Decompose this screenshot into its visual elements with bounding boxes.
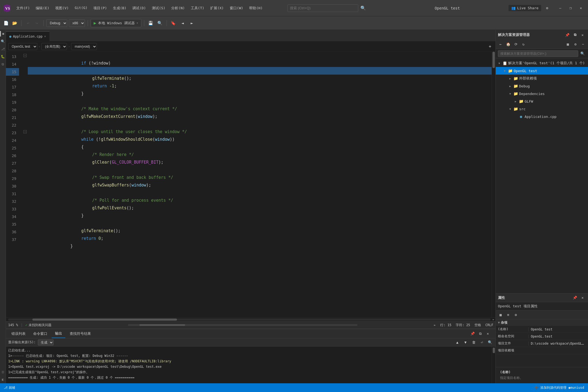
horizontal-scrollbar[interactable]: ► [6,317,495,321]
scroll-right-status[interactable]: ► [434,323,436,327]
tree-item-project[interactable]: ▼ 📁 OpenGL test [496,67,588,75]
output-float-button[interactable]: ⧉ [477,330,483,337]
global-scope-dropdown[interactable]: (全局范围) [41,43,67,50]
run-debugger-button[interactable]: ▶ 本地 Windows 调试器 ▾ [91,19,141,27]
menu-tools[interactable]: 工具(T) [188,5,207,12]
se-search-input[interactable] [498,50,578,57]
project-scope-dropdown[interactable]: OpenGL test [8,43,37,50]
collapse-13[interactable]: − [22,52,28,59]
status-branch[interactable]: ⎇ 就绪 [3,385,16,391]
menu-project[interactable]: 项目(P) [91,5,109,12]
se-minus-button[interactable]: − [580,41,586,48]
menu-analyze[interactable]: 分析(N) [169,5,187,12]
menu-extensions[interactable]: 扩展(X) [207,5,226,12]
collapse-23[interactable]: − [22,128,28,136]
toggle-src[interactable]: ▼ [508,107,512,111]
menu-git[interactable]: Git(G) [72,5,90,12]
toggle-solution[interactable]: ▼ [497,61,501,65]
editor-scrollbar[interactable] [492,52,495,317]
output-scroll-down[interactable]: ▼ [462,339,469,346]
output-word-wrap[interactable]: ⏎ [479,339,485,346]
new-file-button[interactable]: 📄 [2,19,10,27]
status-add-source[interactable]: ➕ 添加到源代码管理 ◉muniusd [533,385,585,391]
open-file-button[interactable]: 📂 [11,19,19,27]
activity-extensions[interactable]: ⧉ [0,62,6,67]
search-input[interactable] [287,4,358,12]
prop-list-btn[interactable]: ≡ [505,312,512,318]
se-close-button[interactable]: ✕ [579,32,586,38]
se-home-button[interactable]: 🏠 [505,41,512,48]
activity-debug[interactable]: 🐛 [0,54,6,59]
se-float-button[interactable]: ⧉ [572,32,578,38]
se-refresh-button[interactable]: ↻ [520,41,527,48]
menu-file[interactable]: 文件(F) [14,5,32,12]
output-scroll-up[interactable]: ▲ [454,339,461,346]
no-problems-indicator[interactable]: ✓ 未找到相关问题 [25,323,51,327]
tab-error-list[interactable]: 错误列表 [8,329,29,338]
se-sync-button[interactable]: ⟳ [513,41,519,48]
member-scope-dropdown[interactable]: main(void) [71,43,97,50]
activity-search[interactable]: 🔍 [0,39,6,44]
tree-item-application-cpp[interactable]: ● Application.cpp [496,113,588,120]
activity-git[interactable]: ⎇ [0,46,6,52]
tree-item-glfw[interactable]: ▶ 📁 GLFW [496,97,588,105]
scroll-right-btn[interactable]: ► [492,318,495,321]
output-scrollbar[interactable] [492,347,495,383]
toolbar-next[interactable]: ► [188,19,196,27]
activity-bottom2[interactable]: ◧ [0,377,6,382]
tree-item-debug-folder[interactable]: ▶ 📁 Debug [496,82,588,90]
code-content[interactable]: if (!window) { glfwTerminate(); return -… [28,52,492,317]
menu-view[interactable]: 视图(V) [53,5,71,12]
activity-bottom1[interactable]: ◫ [0,369,6,375]
prop-pin-button[interactable]: 📌 [572,295,578,301]
output-clear[interactable]: 🗑 [470,339,477,346]
output-find[interactable]: 🔍 [487,339,493,346]
search-toolbar-button[interactable]: 🔍 [156,19,164,27]
save-button[interactable]: 💾 [147,19,155,27]
toolbar-prev[interactable]: ◄ [179,19,186,27]
tree-item-dependencies[interactable]: ▼ 📁 Dependencies [496,90,588,97]
undo-button[interactable]: ↩ [24,19,32,27]
output-source-select[interactable]: 生成 [38,339,54,345]
se-search-btn[interactable]: 🔍 [579,50,586,57]
tab-output[interactable]: 输出 [52,329,65,338]
se-settings-button[interactable]: ⚙ [572,41,579,48]
menu-test[interactable]: 测试(S) [149,5,168,12]
menu-edit[interactable]: 编辑(E) [33,5,52,12]
output-close-button[interactable]: ✕ [485,330,491,337]
zoom-level[interactable]: 145 % [8,323,18,327]
add-line-button[interactable]: + [487,43,493,50]
prop-settings-btn[interactable]: ⚙ [513,312,519,318]
tree-item-src[interactable]: ▼ 📁 src [496,105,588,113]
se-view-button[interactable]: ▦ [565,41,571,48]
output-pin-button[interactable]: 📌 [469,330,476,337]
redo-button[interactable]: ↪ [33,19,41,27]
debug-config-dropdown[interactable]: Debug [46,19,67,27]
close-button[interactable]: ✕ [576,3,586,13]
tab-application-cpp[interactable]: ● Application.cpp ✕ [6,31,50,41]
se-back-button[interactable]: ← [497,41,504,48]
platform-dropdown[interactable]: x86 [69,19,85,27]
maximize-button[interactable]: ❐ [566,3,575,13]
menu-window[interactable]: 窗口(W) [227,5,246,12]
prop-close-button[interactable]: ✕ [579,295,586,301]
toggle-debug[interactable]: ▶ [508,84,512,88]
live-share-button[interactable]: 👥 Live Share [509,5,541,11]
tab-find-symbols[interactable]: 查找符号结果 [66,329,94,338]
tab-command-window[interactable]: 命令窗口 [30,329,51,338]
tree-item-solution[interactable]: ▼ 📋 解决方案'OpenGL test'(1 个项目/共 1 个) [496,59,588,67]
toggle-project[interactable]: ▼ [503,69,507,73]
menu-build[interactable]: 生成(B) [110,5,129,12]
menu-debug[interactable]: 调试(D) [130,5,148,12]
toggle-dependencies[interactable]: ▼ [508,92,512,96]
toggle-glfw[interactable]: ▶ [514,99,517,103]
prop-grid-btn[interactable]: ▦ [497,312,504,318]
minimize-button[interactable]: — [555,3,565,13]
se-pin-button[interactable]: 📌 [564,32,571,38]
activity-explorer[interactable]: ≡ [0,31,6,36]
menu-help[interactable]: 帮助(H) [246,5,265,12]
toolbar-bookmark[interactable]: 🔖 [170,19,177,27]
settings-button[interactable]: ⚙ [543,4,551,12]
tree-item-external-deps[interactable]: ▶ 📁 外部依赖项 [496,75,588,82]
toggle-external-deps[interactable]: ▶ [508,76,512,80]
